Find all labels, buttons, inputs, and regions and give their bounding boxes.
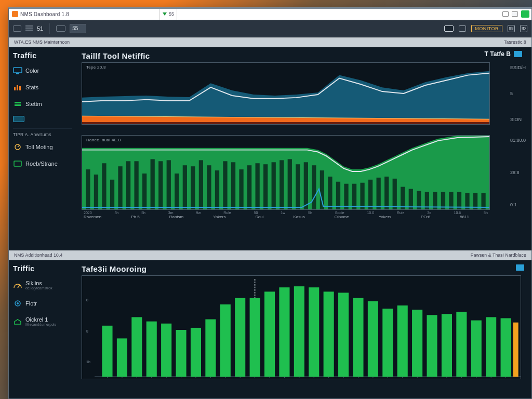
min-icon[interactable]	[502, 11, 509, 17]
svg-rect-90	[471, 321, 482, 377]
tool-icon	[13, 143, 22, 151]
nav-tool-monitoring[interactable]: Toll Moting	[13, 140, 72, 154]
nav-stream[interactable]: Roeb/Strane	[13, 157, 72, 170]
y-labels-a: ESID/H 5 SION	[510, 63, 526, 124]
ylabel: 0:1	[510, 202, 526, 207]
svg-rect-25	[223, 162, 227, 210]
list-icon[interactable]	[25, 25, 33, 32]
svg-rect-35	[304, 163, 308, 210]
x-tick: 1w	[281, 211, 285, 215]
nav-oickrel[interactable]: Oickrel 1 Miecanddomerpols	[13, 313, 72, 330]
svg-text:1b: 1b	[86, 361, 90, 364]
strip-top-left: WTA.ES NMS Mainternoon	[14, 39, 70, 45]
x-tick: 10.0	[367, 211, 374, 215]
x-tick: 2020	[84, 211, 92, 215]
screen-icon[interactable]	[444, 25, 454, 32]
strip-mid-left: NMS Additionhead 10.4	[14, 252, 63, 258]
zoom-input[interactable]	[70, 24, 86, 33]
x-group: Oloome	[335, 215, 349, 219]
chart-area-mid[interactable]: Hanee..nual 4E.8 81:80.0 28:8 0:1	[82, 135, 490, 210]
svg-rect-71	[191, 328, 201, 377]
nav-flotr[interactable]: Flotr	[13, 297, 72, 310]
svg-rect-65	[102, 326, 112, 377]
svg-point-59	[17, 302, 19, 304]
restore-icon[interactable]	[512, 11, 518, 17]
x-ticks-row: 20203h5h3m9wRule501w5hSoole10.0Rule3c10.…	[82, 211, 490, 215]
y-axis: 8 8 1b	[86, 299, 90, 364]
svg-rect-83	[368, 301, 378, 377]
svg-rect-18	[167, 161, 171, 210]
nav-settings[interactable]: Stettm	[13, 97, 72, 111]
home-icon	[13, 318, 22, 325]
chip-indicator[interactable]	[13, 116, 24, 122]
app-window: NMS Dashboard 1.8 55 51 MONITOR 88 ID	[8, 7, 532, 399]
nav-siklins[interactable]: Siklins de.leg/teamstrok	[13, 277, 72, 294]
svg-rect-34	[296, 164, 300, 209]
x-tick: 50	[254, 211, 258, 215]
nav-label: Stettm	[25, 101, 42, 107]
svg-rect-10	[102, 164, 106, 210]
nav-stats[interactable]: Stats	[13, 81, 72, 94]
toolbar: 51 MONITOR 88 ID	[9, 20, 531, 37]
url-field[interactable]: 51	[37, 25, 43, 32]
svg-rect-68	[147, 322, 157, 377]
nav-label: Flotr	[25, 300, 37, 307]
svg-rect-9	[94, 175, 98, 209]
stream-icon	[13, 160, 22, 167]
chart-bar-bottom[interactable]: 8 8 1b	[82, 275, 521, 379]
x-group: Kasus	[293, 215, 304, 219]
corner-chip-icon	[514, 51, 522, 57]
grid-icon[interactable]	[459, 25, 466, 32]
svg-rect-13	[126, 162, 130, 210]
x-groups-row: RavemenPh.5RantsmYokersSoulKasusOloomeYo…	[82, 215, 490, 219]
tabs-icon[interactable]	[13, 25, 21, 32]
panel-traffic: Traffic Color Stats Stettm TIPR A. Anwrt…	[9, 47, 531, 250]
svg-rect-45	[384, 177, 389, 209]
nav-label: Stats	[25, 84, 38, 90]
svg-rect-82	[353, 298, 363, 377]
strip-top-right: Tasrestic.8	[504, 39, 526, 45]
window-icon[interactable]	[56, 25, 65, 32]
gauge-icon	[13, 282, 22, 289]
nav-label: Siklins	[25, 281, 52, 286]
x-group: Rantsm	[169, 215, 184, 219]
section-label: TIPR A. Anwrtums	[13, 128, 72, 137]
x-tick: Rule	[223, 211, 231, 215]
svg-rect-74	[235, 298, 245, 377]
sidebar-bot: Triffic Siklins de.leg/teamstrok Flotr O…	[9, 260, 76, 398]
status-pill-icon[interactable]	[521, 10, 529, 18]
ylabel: ESID/H	[510, 65, 526, 70]
panel-title: Taillf Tool Netiffic	[76, 47, 531, 62]
ylabel: SION	[510, 117, 526, 122]
svg-rect-28	[247, 165, 251, 209]
panel-title: Tafe3ii Mooroing	[76, 260, 531, 275]
svg-rect-14	[134, 162, 138, 210]
nav-color[interactable]: Color	[13, 64, 72, 77]
ylabel: 28:8	[510, 170, 526, 175]
sidebar-top: Traffic Color Stats Stettm TIPR A. Anwrt…	[9, 47, 76, 250]
ylabel: 81:80.0	[510, 138, 526, 143]
svg-rect-75	[250, 298, 260, 377]
svg-rect-43	[368, 180, 373, 209]
content-bot: Tafe3ii Mooroing 8 8 1b	[76, 260, 531, 398]
svg-rect-91	[486, 317, 496, 377]
nav-label: Toll Moting	[25, 144, 53, 150]
svg-rect-27	[239, 169, 243, 209]
svg-text:8: 8	[86, 329, 88, 333]
badge-a[interactable]: 88	[508, 25, 515, 32]
dropdown-label: 55	[169, 11, 174, 17]
svg-rect-19	[175, 174, 179, 209]
x-group: Ravemen	[84, 215, 101, 219]
monitor-badge[interactable]: MONITOR	[471, 25, 502, 32]
x-tick: 5h	[308, 211, 312, 215]
svg-rect-92	[501, 318, 511, 377]
svg-rect-8	[86, 169, 90, 209]
svg-rect-76	[264, 292, 275, 377]
badge-b[interactable]: ID	[520, 25, 527, 32]
x-tick: 10.6	[454, 211, 461, 215]
dropdown-marker[interactable]: 55	[159, 9, 177, 20]
svg-rect-23	[207, 165, 211, 209]
svg-rect-44	[377, 178, 381, 209]
chart-svg: 8 8 1b	[82, 276, 521, 379]
chart-area-top[interactable]: Tepe 20.8 ESID/H 5 SION	[82, 62, 490, 125]
